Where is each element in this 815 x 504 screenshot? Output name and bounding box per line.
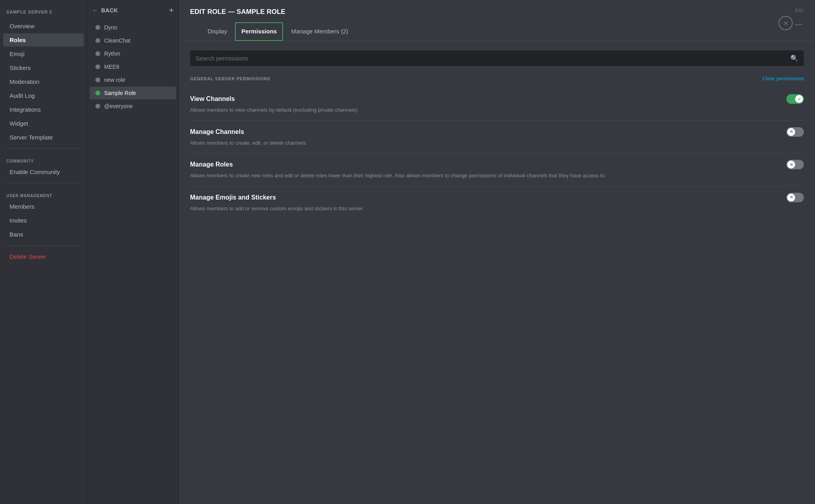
section-header-general-server-permissions: GENERAL SERVER PERMISSIONSClear permissi… [190, 76, 804, 81]
toggle-view-channels[interactable]: ✓ [786, 94, 804, 104]
back-arrow-icon: ← [92, 7, 98, 14]
close-button[interactable]: ✕ [778, 16, 793, 30]
role-dot-dyno [95, 25, 100, 30]
permission-row-manage-emojis-stickers: Manage Emojis and Stickers✕ [190, 193, 804, 202]
toggle-manage-channels[interactable]: ✕ [786, 127, 804, 137]
sidebar-item-integrations[interactable]: Integrations [3, 103, 84, 116]
toggle-manage-emojis-stickers[interactable]: ✕ [786, 193, 804, 202]
permissions-sections: GENERAL SERVER PERMISSIONSClear permissi… [190, 76, 804, 219]
divider-2 [6, 183, 81, 183]
roles-list: Dyno CleanChat Rythm MEE6 new role Sampl… [87, 21, 179, 113]
role-item-mee6[interactable]: MEE6 [90, 60, 176, 73]
role-item-rythm[interactable]: Rythm [90, 47, 176, 60]
role-dot-everyone [95, 104, 100, 109]
tab-manage-members[interactable]: Manage Members (2) [285, 22, 354, 41]
toggle-knob-manage-channels: ✕ [787, 128, 795, 136]
role-dot-cleanchat [95, 38, 100, 43]
permission-row-manage-roles: Manage Roles✕ [190, 160, 804, 169]
sidebar-item-audit-log[interactable]: Audit Log [3, 89, 84, 102]
role-label-dyno: Dyno [104, 24, 117, 31]
section-general-server-permissions: GENERAL SERVER PERMISSIONSClear permissi… [190, 76, 804, 219]
sidebar-item-invites[interactable]: Invites [3, 214, 84, 227]
content-area: 🔍 GENERAL SERVER PERMISSIONSClear permis… [179, 41, 815, 504]
role-item-everyone[interactable]: @everyone [90, 100, 176, 112]
permission-manage-channels: Manage Channels✕Allows members to create… [190, 121, 804, 154]
toggle-knob-manage-emojis-stickers: ✕ [787, 194, 795, 202]
header-right: ⋯ [795, 19, 804, 29]
permission-name-manage-channels: Manage Channels [190, 128, 244, 136]
role-item-new-role[interactable]: new role [90, 74, 176, 86]
role-dot-sample-role [95, 91, 100, 95]
more-options-button[interactable]: ⋯ [795, 19, 804, 29]
sidebar-item-widget[interactable]: Widget [3, 117, 84, 130]
role-dot-mee6 [95, 64, 100, 69]
sidebar-item-emoji[interactable]: Emoji [3, 47, 84, 60]
sidebar-item-stickers[interactable]: Stickers [3, 61, 84, 74]
toggle-knob-icon-manage-roles: ✕ [790, 162, 793, 167]
permission-desc-manage-emojis-stickers: Allows members to add or remove custom e… [190, 205, 743, 213]
back-button[interactable]: ← BACK [92, 7, 118, 14]
esc-label: ESC [795, 8, 804, 13]
permission-name-manage-emojis-stickers: Manage Emojis and Stickers [190, 194, 276, 201]
clear-permissions-button[interactable]: Clear permissions [763, 76, 804, 81]
edit-role-title: EDIT ROLE — SAMPLE ROLE [190, 8, 366, 22]
community-section-label: COMMUNITY [0, 153, 87, 165]
sidebar-item-delete-server[interactable]: Delete Server [3, 250, 84, 263]
role-label-new-role: new role [104, 77, 125, 83]
permission-view-channels: View Channels✓Allows members to view cha… [190, 88, 804, 121]
permission-name-manage-roles: Manage Roles [190, 161, 233, 168]
back-label: BACK [101, 7, 118, 14]
toggle-knob-manage-roles: ✕ [787, 161, 795, 169]
permission-row-view-channels: View Channels✓ [190, 94, 804, 104]
tab-display[interactable]: Display [201, 22, 233, 41]
server-name: SAMPLE SERVER 2 [0, 6, 87, 19]
role-label-everyone: @everyone [104, 103, 133, 109]
permission-desc-manage-roles: Allows members to create new roles and e… [190, 172, 743, 180]
toggle-knob-view-channels: ✓ [795, 95, 803, 103]
toggle-knob-icon-view-channels: ✓ [798, 97, 801, 102]
role-dot-rythm [95, 51, 100, 56]
section-title-general-server-permissions: GENERAL SERVER PERMISSIONS [190, 76, 270, 81]
toggle-knob-icon-manage-emojis-stickers: ✕ [790, 195, 793, 200]
middle-header: ← BACK + [87, 6, 179, 21]
search-icon: 🔍 [790, 54, 798, 62]
search-bar: 🔍 [190, 50, 804, 66]
permission-desc-manage-channels: Allows members to create, edit, or delet… [190, 139, 743, 147]
toggle-knob-icon-manage-channels: ✕ [790, 129, 793, 134]
role-item-dyno[interactable]: Dyno [90, 21, 176, 34]
sidebar-item-enable-community[interactable]: Enable Community [3, 165, 84, 178]
role-label-mee6: MEE6 [104, 64, 119, 70]
tabs: DisplayPermissionsManage Members (2) [190, 22, 366, 41]
permission-manage-roles: Manage Roles✕Allows members to create ne… [190, 153, 804, 186]
search-input[interactable] [196, 55, 786, 62]
user-management-section-label: USER MANAGEMENT [0, 187, 87, 200]
tab-permissions[interactable]: Permissions [235, 22, 283, 41]
left-sidebar: SAMPLE SERVER 2 Overview Roles Emoji Sti… [0, 0, 87, 504]
toggle-manage-roles[interactable]: ✕ [786, 160, 804, 169]
permission-name-view-channels: View Channels [190, 95, 235, 103]
sidebar-item-roles[interactable]: Roles [3, 33, 84, 47]
role-dot-new-role [95, 78, 100, 82]
role-label-sample-role: Sample Role [104, 90, 136, 96]
permission-manage-emojis-stickers: Manage Emojis and Stickers✕Allows member… [190, 186, 804, 219]
sidebar-item-overview[interactable]: Overview [3, 19, 84, 33]
role-label-cleanchat: CleanChat [104, 37, 130, 44]
permission-desc-view-channels: Allows members to view channels by defau… [190, 106, 743, 114]
role-item-sample-role[interactable]: Sample Role [90, 87, 176, 99]
main-content: EDIT ROLE — SAMPLE ROLE DisplayPermissio… [179, 0, 815, 504]
divider-1 [6, 148, 81, 149]
sidebar-item-members[interactable]: Members [3, 200, 84, 213]
role-item-cleanchat[interactable]: CleanChat [90, 34, 176, 47]
sidebar-item-server-template[interactable]: Server Template [3, 131, 84, 144]
middle-panel: ← BACK + Dyno CleanChat Rythm MEE6 new r… [87, 0, 179, 504]
sidebar-item-moderation[interactable]: Moderation [3, 75, 84, 88]
divider-3 [6, 245, 81, 246]
role-label-rythm: Rythm [104, 50, 120, 57]
permission-row-manage-channels: Manage Channels✕ [190, 127, 804, 137]
sidebar-item-bans[interactable]: Bans [3, 228, 84, 241]
main-header: EDIT ROLE — SAMPLE ROLE DisplayPermissio… [179, 0, 815, 41]
add-role-button[interactable]: + [169, 6, 174, 14]
